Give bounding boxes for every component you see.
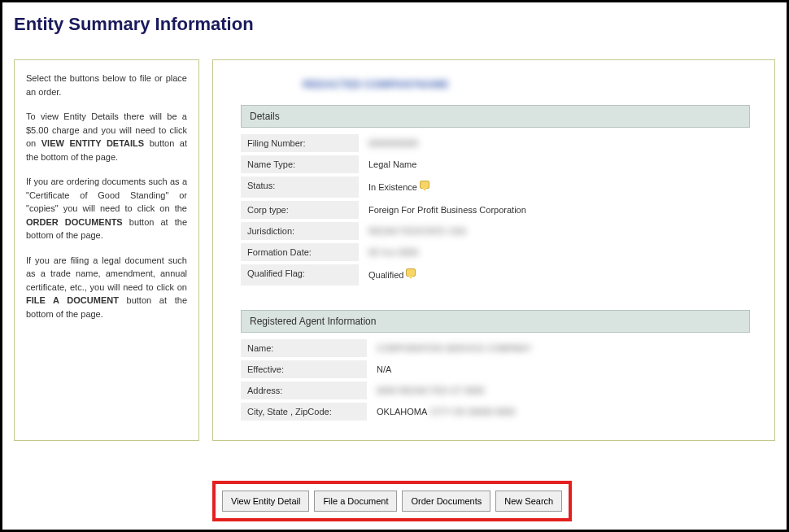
main-panel: REDACTED COMPANYNAME Details Filing Numb… [212,59,775,441]
agent-section: Registered Agent Information Name: CORPO… [238,310,750,421]
agent-name-value: CORPORATION SERVICE COMPANY [367,339,541,357]
field-agent-name: Name: CORPORATION SERVICE COMPANY [241,339,750,357]
jurisdiction-value: REDACTEDSTATE USA [359,222,476,240]
corp-type-label: Corp type: [241,201,359,219]
formation-date-label: Formation Date: [241,243,359,261]
status-value-text: In Existence [368,182,417,192]
details-section-header: Details [241,105,750,128]
sidebar-p3b: ORDER DOCUMENTS [26,217,123,227]
file-a-document-button[interactable]: File a Document [314,491,397,512]
corp-type-value: Foreign For Profit Business Corporation [359,201,536,219]
formation-date-value: 00 Xxx 0000 [359,243,428,261]
field-filing-number: Filing Number: 0000000000 [241,134,750,152]
filing-number-value: 0000000000 [359,134,428,152]
agent-city-prefix: OKLAHOMA [377,407,427,416]
sidebar-p2b: VIEW ENTITY DETAILS [41,138,144,148]
sidebar-p1: Select the buttons below to file or plac… [26,72,187,98]
main-layout: Select the buttons below to file or plac… [14,59,775,441]
status-label: Status: [241,177,359,198]
instructions-sidebar: Select the buttons below to file or plac… [14,59,199,441]
status-value: In Existence [359,177,439,198]
view-entity-detail-button[interactable]: View Entity Detail [222,491,309,512]
name-type-value: Legal Name [359,155,426,173]
agent-city-label: City, State , ZipCode: [241,403,367,421]
sidebar-p4a: If you are filing a legal document such … [26,255,187,292]
field-name-type: Name Type: Legal Name [241,155,750,173]
field-formation-date: Formation Date: 00 Xxx 0000 [241,243,750,261]
field-agent-city: City, State , ZipCode: OKLAHOMA CITY OK … [241,403,750,421]
field-agent-address: Address: 0000 REDACTED ST 0000 [241,382,750,399]
action-button-bar: View Entity Detail File a Document Order… [212,481,572,521]
order-documents-button[interactable]: Order Documents [402,491,490,512]
page-title: Entity Summary Information [14,14,775,35]
field-jurisdiction: Jurisdiction: REDACTEDSTATE USA [241,222,750,240]
agent-effective-label: Effective: [241,360,367,378]
note-icon[interactable] [406,268,416,277]
field-qualified-flag: Qualified Flag: Qualified [241,264,750,286]
agent-city-rest: CITY OK 00000 0000 [429,407,515,416]
field-corp-type: Corp type: Foreign For Profit Business C… [241,201,750,219]
agent-effective-value: N/A [367,360,401,378]
agent-city-value: OKLAHOMA CITY OK 00000 0000 [367,403,525,421]
agent-name-label: Name: [241,339,367,357]
sidebar-p3a: If you are ordering documents such as a … [26,177,187,213]
agent-section-header: Registered Agent Information [241,310,750,333]
qualified-flag-text: Qualified [368,270,403,280]
jurisdiction-label: Jurisdiction: [241,222,359,240]
entity-name: REDACTED COMPANYNAME [303,78,449,90]
new-search-button[interactable]: New Search [495,491,562,512]
field-status: Status: In Existence [241,177,750,198]
sidebar-p2: To view Entity Details there will be a $… [26,110,187,164]
agent-address-value: 0000 REDACTED ST 0000 [367,382,494,399]
note-icon[interactable] [420,181,429,189]
qualified-flag-value: Qualified [359,264,425,286]
sidebar-p4: If you are filing a legal document such … [26,254,187,321]
sidebar-p4b: FILE A DOCUMENT [26,295,119,305]
field-agent-effective: Effective: N/A [241,360,750,378]
name-type-label: Name Type: [241,155,359,173]
filing-number-label: Filing Number: [241,134,359,152]
agent-address-label: Address: [241,382,367,399]
sidebar-p3: If you are ordering documents such as a … [26,175,187,242]
qualified-flag-label: Qualified Flag: [241,264,359,286]
